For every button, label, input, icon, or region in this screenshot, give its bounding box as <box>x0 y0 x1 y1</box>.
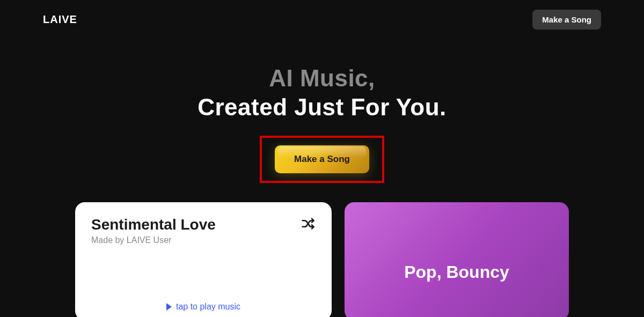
make-song-cta-button[interactable]: Make a Song <box>275 145 369 173</box>
shuffle-icon[interactable] <box>301 216 316 231</box>
genre-label: Pop, Bouncy <box>404 262 509 282</box>
cards-row: Sentimental Love Made by LAIVE User tap … <box>0 202 644 317</box>
hero-title-line2: Created Just For You. <box>0 94 644 121</box>
song-title: Sentimental Love <box>91 216 216 233</box>
genre-card[interactable]: Pop, Bouncy <box>345 202 569 317</box>
hero-section: AI Music, Created Just For You. Make a S… <box>0 65 644 183</box>
hero-title-line1: AI Music, <box>0 65 644 92</box>
play-icon <box>166 303 172 311</box>
logo[interactable]: LAIVE <box>43 13 77 26</box>
song-card-header: Sentimental Love Made by LAIVE User <box>91 216 316 245</box>
play-label: tap to play music <box>176 302 240 312</box>
song-subtitle: Made by LAIVE User <box>91 235 216 245</box>
make-song-header-button[interactable]: Make a Song <box>532 10 601 30</box>
play-music-button[interactable]: tap to play music <box>158 298 249 316</box>
header: LAIVE Make a Song <box>0 0 644 39</box>
song-card[interactable]: Sentimental Love Made by LAIVE User tap … <box>75 202 332 317</box>
cta-highlight-box: Make a Song <box>260 136 384 183</box>
